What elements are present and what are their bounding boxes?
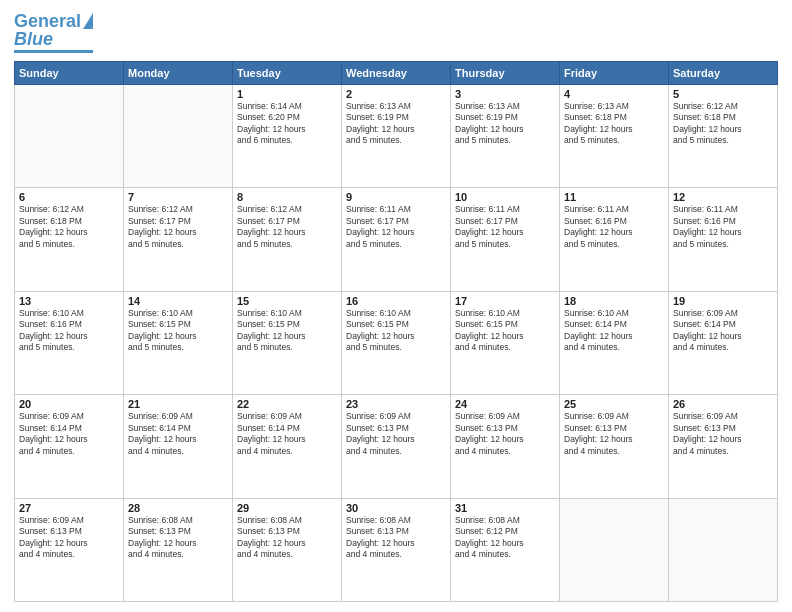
day-number: 9 — [346, 191, 446, 203]
day-number: 10 — [455, 191, 555, 203]
calendar-cell: 28Sunrise: 6:08 AM Sunset: 6:13 PM Dayli… — [124, 498, 233, 601]
day-number: 25 — [564, 398, 664, 410]
cell-content: Sunrise: 6:10 AM Sunset: 6:15 PM Dayligh… — [237, 308, 337, 354]
day-number: 13 — [19, 295, 119, 307]
page: General Blue SundayMondayTuesdayWednesda… — [0, 0, 792, 612]
day-number: 30 — [346, 502, 446, 514]
cell-content: Sunrise: 6:13 AM Sunset: 6:18 PM Dayligh… — [564, 101, 664, 147]
calendar-cell: 8Sunrise: 6:12 AM Sunset: 6:17 PM Daylig… — [233, 188, 342, 291]
calendar-cell: 29Sunrise: 6:08 AM Sunset: 6:13 PM Dayli… — [233, 498, 342, 601]
logo-blue: Blue — [14, 30, 53, 48]
calendar-cell — [15, 85, 124, 188]
calendar-week-row: 27Sunrise: 6:09 AM Sunset: 6:13 PM Dayli… — [15, 498, 778, 601]
calendar-cell: 27Sunrise: 6:09 AM Sunset: 6:13 PM Dayli… — [15, 498, 124, 601]
cell-content: Sunrise: 6:10 AM Sunset: 6:15 PM Dayligh… — [455, 308, 555, 354]
calendar-cell: 1Sunrise: 6:14 AM Sunset: 6:20 PM Daylig… — [233, 85, 342, 188]
day-number: 16 — [346, 295, 446, 307]
cell-content: Sunrise: 6:10 AM Sunset: 6:15 PM Dayligh… — [346, 308, 446, 354]
day-number: 7 — [128, 191, 228, 203]
calendar-cell: 26Sunrise: 6:09 AM Sunset: 6:13 PM Dayli… — [669, 395, 778, 498]
calendar-cell: 31Sunrise: 6:08 AM Sunset: 6:12 PM Dayli… — [451, 498, 560, 601]
cell-content: Sunrise: 6:08 AM Sunset: 6:13 PM Dayligh… — [237, 515, 337, 561]
weekday-header: Thursday — [451, 62, 560, 85]
cell-content: Sunrise: 6:08 AM Sunset: 6:13 PM Dayligh… — [346, 515, 446, 561]
calendar-cell: 4Sunrise: 6:13 AM Sunset: 6:18 PM Daylig… — [560, 85, 669, 188]
calendar-cell: 9Sunrise: 6:11 AM Sunset: 6:17 PM Daylig… — [342, 188, 451, 291]
day-number: 28 — [128, 502, 228, 514]
calendar-cell — [560, 498, 669, 601]
calendar-cell: 19Sunrise: 6:09 AM Sunset: 6:14 PM Dayli… — [669, 291, 778, 394]
calendar-cell: 22Sunrise: 6:09 AM Sunset: 6:14 PM Dayli… — [233, 395, 342, 498]
weekday-header: Monday — [124, 62, 233, 85]
weekday-header: Tuesday — [233, 62, 342, 85]
calendar-cell: 3Sunrise: 6:13 AM Sunset: 6:19 PM Daylig… — [451, 85, 560, 188]
day-number: 4 — [564, 88, 664, 100]
day-number: 3 — [455, 88, 555, 100]
cell-content: Sunrise: 6:09 AM Sunset: 6:13 PM Dayligh… — [564, 411, 664, 457]
calendar-cell: 7Sunrise: 6:12 AM Sunset: 6:17 PM Daylig… — [124, 188, 233, 291]
calendar-cell — [669, 498, 778, 601]
calendar-week-row: 20Sunrise: 6:09 AM Sunset: 6:14 PM Dayli… — [15, 395, 778, 498]
day-number: 8 — [237, 191, 337, 203]
weekday-header: Saturday — [669, 62, 778, 85]
day-number: 2 — [346, 88, 446, 100]
cell-content: Sunrise: 6:09 AM Sunset: 6:13 PM Dayligh… — [346, 411, 446, 457]
day-number: 17 — [455, 295, 555, 307]
day-number: 5 — [673, 88, 773, 100]
cell-content: Sunrise: 6:11 AM Sunset: 6:17 PM Dayligh… — [346, 204, 446, 250]
day-number: 20 — [19, 398, 119, 410]
calendar-cell: 30Sunrise: 6:08 AM Sunset: 6:13 PM Dayli… — [342, 498, 451, 601]
header: General Blue — [14, 12, 778, 53]
logo-text: General — [14, 12, 81, 30]
calendar-cell: 17Sunrise: 6:10 AM Sunset: 6:15 PM Dayli… — [451, 291, 560, 394]
cell-content: Sunrise: 6:10 AM Sunset: 6:14 PM Dayligh… — [564, 308, 664, 354]
calendar-cell: 16Sunrise: 6:10 AM Sunset: 6:15 PM Dayli… — [342, 291, 451, 394]
day-number: 24 — [455, 398, 555, 410]
calendar-table: SundayMondayTuesdayWednesdayThursdayFrid… — [14, 61, 778, 602]
cell-content: Sunrise: 6:09 AM Sunset: 6:13 PM Dayligh… — [19, 515, 119, 561]
cell-content: Sunrise: 6:09 AM Sunset: 6:14 PM Dayligh… — [128, 411, 228, 457]
cell-content: Sunrise: 6:10 AM Sunset: 6:16 PM Dayligh… — [19, 308, 119, 354]
calendar-cell — [124, 85, 233, 188]
cell-content: Sunrise: 6:12 AM Sunset: 6:18 PM Dayligh… — [19, 204, 119, 250]
cell-content: Sunrise: 6:09 AM Sunset: 6:13 PM Dayligh… — [673, 411, 773, 457]
calendar-cell: 23Sunrise: 6:09 AM Sunset: 6:13 PM Dayli… — [342, 395, 451, 498]
calendar-week-row: 6Sunrise: 6:12 AM Sunset: 6:18 PM Daylig… — [15, 188, 778, 291]
calendar-cell: 15Sunrise: 6:10 AM Sunset: 6:15 PM Dayli… — [233, 291, 342, 394]
calendar-cell: 25Sunrise: 6:09 AM Sunset: 6:13 PM Dayli… — [560, 395, 669, 498]
day-number: 11 — [564, 191, 664, 203]
cell-content: Sunrise: 6:12 AM Sunset: 6:18 PM Dayligh… — [673, 101, 773, 147]
day-number: 23 — [346, 398, 446, 410]
calendar-cell: 12Sunrise: 6:11 AM Sunset: 6:16 PM Dayli… — [669, 188, 778, 291]
calendar-cell: 5Sunrise: 6:12 AM Sunset: 6:18 PM Daylig… — [669, 85, 778, 188]
logo-underline — [14, 50, 93, 53]
calendar-week-row: 1Sunrise: 6:14 AM Sunset: 6:20 PM Daylig… — [15, 85, 778, 188]
weekday-header: Wednesday — [342, 62, 451, 85]
calendar-cell: 13Sunrise: 6:10 AM Sunset: 6:16 PM Dayli… — [15, 291, 124, 394]
cell-content: Sunrise: 6:09 AM Sunset: 6:14 PM Dayligh… — [19, 411, 119, 457]
cell-content: Sunrise: 6:11 AM Sunset: 6:16 PM Dayligh… — [673, 204, 773, 250]
day-number: 6 — [19, 191, 119, 203]
day-number: 18 — [564, 295, 664, 307]
cell-content: Sunrise: 6:13 AM Sunset: 6:19 PM Dayligh… — [346, 101, 446, 147]
calendar-cell: 6Sunrise: 6:12 AM Sunset: 6:18 PM Daylig… — [15, 188, 124, 291]
weekday-header: Friday — [560, 62, 669, 85]
cell-content: Sunrise: 6:11 AM Sunset: 6:17 PM Dayligh… — [455, 204, 555, 250]
cell-content: Sunrise: 6:09 AM Sunset: 6:14 PM Dayligh… — [237, 411, 337, 457]
calendar-header-row: SundayMondayTuesdayWednesdayThursdayFrid… — [15, 62, 778, 85]
cell-content: Sunrise: 6:13 AM Sunset: 6:19 PM Dayligh… — [455, 101, 555, 147]
cell-content: Sunrise: 6:14 AM Sunset: 6:20 PM Dayligh… — [237, 101, 337, 147]
calendar-cell: 2Sunrise: 6:13 AM Sunset: 6:19 PM Daylig… — [342, 85, 451, 188]
logo: General Blue — [14, 12, 93, 53]
cell-content: Sunrise: 6:12 AM Sunset: 6:17 PM Dayligh… — [128, 204, 228, 250]
calendar-cell: 18Sunrise: 6:10 AM Sunset: 6:14 PM Dayli… — [560, 291, 669, 394]
day-number: 14 — [128, 295, 228, 307]
calendar-week-row: 13Sunrise: 6:10 AM Sunset: 6:16 PM Dayli… — [15, 291, 778, 394]
calendar-cell: 24Sunrise: 6:09 AM Sunset: 6:13 PM Dayli… — [451, 395, 560, 498]
day-number: 26 — [673, 398, 773, 410]
cell-content: Sunrise: 6:09 AM Sunset: 6:14 PM Dayligh… — [673, 308, 773, 354]
day-number: 19 — [673, 295, 773, 307]
cell-content: Sunrise: 6:08 AM Sunset: 6:13 PM Dayligh… — [128, 515, 228, 561]
cell-content: Sunrise: 6:11 AM Sunset: 6:16 PM Dayligh… — [564, 204, 664, 250]
day-number: 29 — [237, 502, 337, 514]
